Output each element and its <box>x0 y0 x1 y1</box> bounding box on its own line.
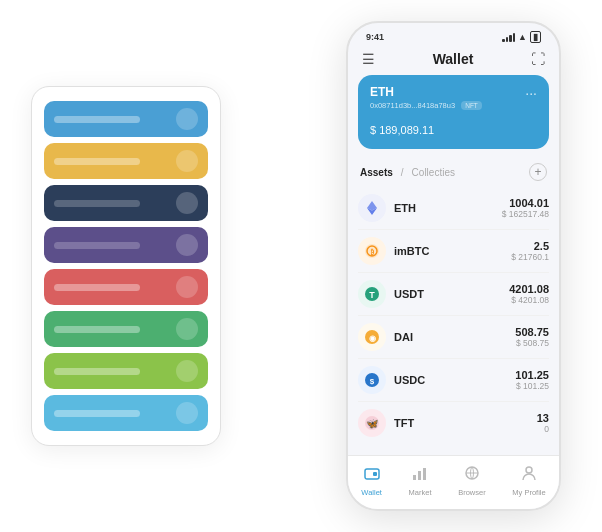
card-item[interactable] <box>44 227 208 263</box>
svg-point-19 <box>526 467 532 473</box>
asset-left: ◉ DAI <box>358 323 413 351</box>
tft-symbol: TFT <box>394 417 414 429</box>
dai-usd: $ 508.75 <box>515 338 549 348</box>
asset-left: 🦋 TFT <box>358 409 414 437</box>
status-bar: 9:41 ▲ ▮ <box>348 23 559 47</box>
imbtc-icon: ₿ <box>358 237 386 265</box>
asset-right: 101.25 $ 101.25 <box>515 369 549 391</box>
asset-row-imbtc[interactable]: ₿ imBTC 2.5 $ 21760.1 <box>358 230 549 273</box>
card-item[interactable] <box>44 185 208 221</box>
wifi-icon: ▲ <box>518 32 527 42</box>
card-stack <box>31 86 221 446</box>
asset-row-eth[interactable]: ETH 1004.01 $ 162517.48 <box>358 187 549 230</box>
card-line <box>54 242 140 249</box>
eth-card-menu[interactable]: ··· <box>525 85 537 101</box>
nav-label-browser: Browser <box>458 488 486 497</box>
card-item[interactable] <box>44 311 208 347</box>
eth-usd: $ 162517.48 <box>502 209 549 219</box>
card-icon <box>176 318 198 340</box>
card-icon <box>176 192 198 214</box>
imbtc-amount: 2.5 <box>511 240 549 252</box>
tab-assets[interactable]: Assets <box>360 167 393 178</box>
menu-icon[interactable]: ☰ <box>362 51 375 67</box>
usdt-icon: T <box>358 280 386 308</box>
asset-row-usdt[interactable]: T USDT 4201.08 $ 4201.08 <box>358 273 549 316</box>
card-line <box>54 284 140 291</box>
bottom-nav: Wallet Market Browser My Profile <box>348 455 559 509</box>
phone-header: ☰ Wallet ⛶ <box>348 47 559 75</box>
asset-left: T USDT <box>358 280 424 308</box>
nav-label-wallet: Wallet <box>361 488 382 497</box>
asset-right: 1004.01 $ 162517.48 <box>502 197 549 219</box>
nav-item-profile[interactable]: My Profile <box>512 464 545 497</box>
svg-rect-17 <box>423 468 426 480</box>
card-icon <box>176 402 198 424</box>
svg-text:₿: ₿ <box>370 248 374 256</box>
nav-item-market[interactable]: Market <box>409 464 432 497</box>
tab-separator: / <box>401 167 404 178</box>
expand-icon[interactable]: ⛶ <box>531 51 545 67</box>
asset-left: ETH <box>358 194 416 222</box>
nav-item-wallet[interactable]: Wallet <box>361 464 382 497</box>
dai-icon: ◉ <box>358 323 386 351</box>
svg-text:🦋: 🦋 <box>366 417 379 430</box>
card-item[interactable] <box>44 395 208 431</box>
asset-row-usdc[interactable]: $ USDC 101.25 $ 101.25 <box>358 359 549 402</box>
asset-left: ₿ imBTC <box>358 237 429 265</box>
asset-row-dai[interactable]: ◉ DAI 508.75 $ 508.75 <box>358 316 549 359</box>
card-icon <box>176 360 198 382</box>
card-icon <box>176 234 198 256</box>
add-asset-button[interactable]: + <box>529 163 547 181</box>
eth-card-symbol: ETH <box>370 85 537 99</box>
phone: 9:41 ▲ ▮ ☰ Wallet ⛶ ··· ETH <box>346 21 561 511</box>
svg-rect-15 <box>413 475 416 480</box>
imbtc-usd: $ 21760.1 <box>511 252 549 262</box>
card-line <box>54 410 140 417</box>
usdt-symbol: USDT <box>394 288 424 300</box>
assets-tabs: Assets / Collecties <box>360 167 455 178</box>
browser-nav-icon <box>463 464 481 486</box>
card-item[interactable] <box>44 269 208 305</box>
card-icon <box>176 276 198 298</box>
tft-icon: 🦋 <box>358 409 386 437</box>
usdc-icon: $ <box>358 366 386 394</box>
profile-nav-icon <box>520 464 538 486</box>
card-item[interactable] <box>44 143 208 179</box>
svg-text:T: T <box>369 290 375 300</box>
eth-amount: 1004.01 <box>502 197 549 209</box>
usdt-usd: $ 4201.08 <box>509 295 549 305</box>
nav-label-profile: My Profile <box>512 488 545 497</box>
signal-icon <box>502 33 515 42</box>
asset-right: 2.5 $ 21760.1 <box>511 240 549 262</box>
card-line <box>54 200 140 207</box>
usdc-symbol: USDC <box>394 374 425 386</box>
tab-collecties[interactable]: Collecties <box>412 167 455 178</box>
eth-symbol: ETH <box>394 202 416 214</box>
card-item[interactable] <box>44 353 208 389</box>
card-line <box>54 116 140 123</box>
eth-icon <box>358 194 386 222</box>
wallet-nav-icon <box>363 464 381 486</box>
card-line <box>54 158 140 165</box>
assets-header: Assets / Collecties + <box>348 159 559 187</box>
eth-card-balance: $189,089.11 <box>370 118 537 139</box>
nft-badge: NFT <box>461 101 482 110</box>
usdc-amount: 101.25 <box>515 369 549 381</box>
asset-right: 4201.08 $ 4201.08 <box>509 283 549 305</box>
eth-card-address: 0x08711d3b...8418a78u3 NFT <box>370 101 537 110</box>
dai-symbol: DAI <box>394 331 413 343</box>
phone-content: ··· ETH 0x08711d3b...8418a78u3 NFT $189,… <box>348 75 559 455</box>
status-time: 9:41 <box>366 32 384 42</box>
tft-usd: 0 <box>537 424 549 434</box>
asset-list: ETH 1004.01 $ 162517.48 ₿ imBTC <box>348 187 559 444</box>
card-item[interactable] <box>44 101 208 137</box>
svg-rect-16 <box>418 471 421 480</box>
nav-label-market: Market <box>409 488 432 497</box>
asset-right: 13 0 <box>537 412 549 434</box>
nav-item-browser[interactable]: Browser <box>458 464 486 497</box>
imbtc-symbol: imBTC <box>394 245 429 257</box>
card-line <box>54 368 140 375</box>
asset-row-tft[interactable]: 🦋 TFT 13 0 <box>358 402 549 444</box>
card-icon <box>176 150 198 172</box>
eth-card[interactable]: ··· ETH 0x08711d3b...8418a78u3 NFT $189,… <box>358 75 549 149</box>
